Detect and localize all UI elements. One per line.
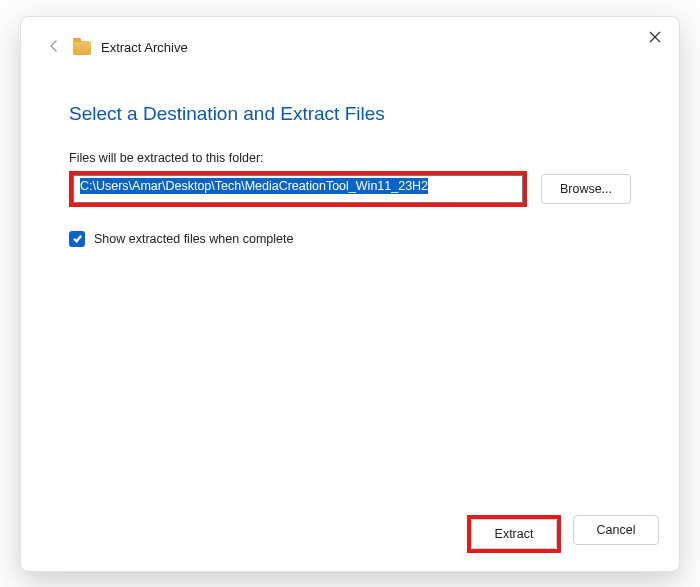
destination-path-input[interactable]: C:\Users\Amar\Desktop\Tech\MediaCreation… [73, 175, 523, 203]
folder-icon [73, 41, 91, 55]
selected-path-text: C:\Users\Amar\Desktop\Tech\MediaCreation… [80, 178, 428, 194]
cancel-button[interactable]: Cancel [573, 515, 659, 545]
extract-archive-dialog: Extract Archive Select a Destination and… [20, 16, 680, 572]
show-files-checkbox[interactable] [69, 231, 85, 247]
dialog-content: Select a Destination and Extract Files F… [21, 63, 679, 501]
dialog-footer: Extract Cancel [21, 501, 679, 571]
dialog-header: Extract Archive [21, 17, 679, 63]
close-button[interactable] [645, 27, 665, 47]
checkmark-icon [72, 233, 83, 244]
main-heading: Select a Destination and Extract Files [69, 103, 631, 125]
browse-button[interactable]: Browse... [541, 174, 631, 204]
path-input-highlight: C:\Users\Amar\Desktop\Tech\MediaCreation… [69, 171, 527, 207]
extract-button[interactable]: Extract [471, 519, 557, 549]
extract-button-highlight: Extract [467, 515, 561, 553]
close-icon [649, 31, 661, 43]
show-files-checkbox-label: Show extracted files when complete [94, 232, 293, 246]
dialog-title: Extract Archive [101, 40, 188, 55]
back-button[interactable] [45, 39, 63, 57]
path-label: Files will be extracted to this folder: [69, 151, 631, 165]
back-arrow-icon [47, 39, 61, 53]
path-row: C:\Users\Amar\Desktop\Tech\MediaCreation… [69, 171, 631, 207]
show-files-checkbox-row: Show extracted files when complete [69, 231, 631, 247]
